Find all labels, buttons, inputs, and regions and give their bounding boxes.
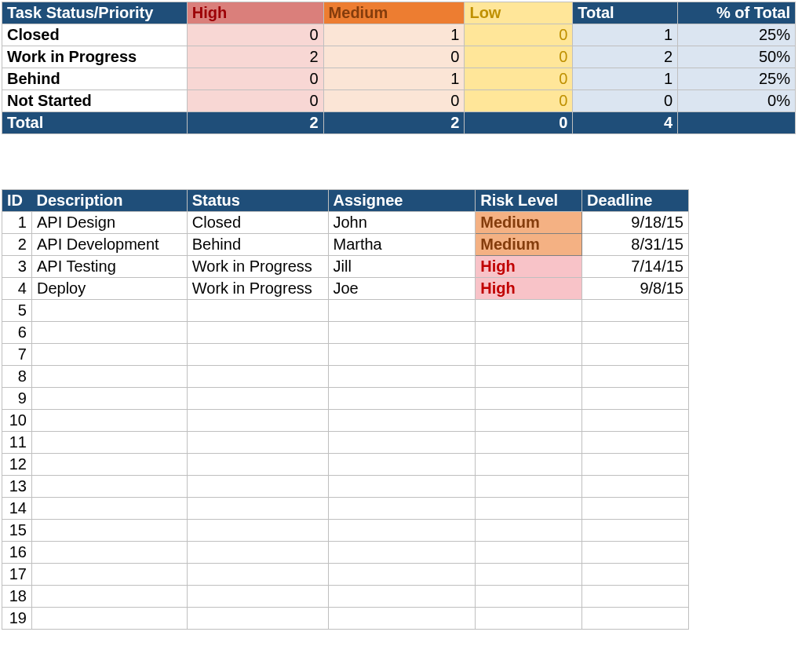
cell-low[interactable]: 0: [465, 46, 573, 68]
cell-deadline[interactable]: [582, 388, 689, 410]
cell-deadline[interactable]: 9/8/15: [582, 278, 689, 300]
cell-high[interactable]: 0: [187, 24, 323, 46]
cell-assignee[interactable]: [328, 388, 476, 410]
cell-id[interactable]: 17: [2, 564, 32, 586]
cell-assignee[interactable]: [328, 410, 476, 432]
cell-assignee[interactable]: [328, 498, 476, 520]
cell-risk[interactable]: [476, 498, 582, 520]
cell-id[interactable]: 19: [2, 608, 32, 630]
cell-desc[interactable]: [31, 344, 187, 366]
cell-medium[interactable]: 0: [323, 46, 465, 68]
cell-assignee[interactable]: [328, 586, 476, 608]
cell-risk[interactable]: [476, 410, 582, 432]
cell-id[interactable]: 11: [2, 432, 32, 454]
cell-low[interactable]: 0: [465, 24, 573, 46]
cell-assignee[interactable]: [328, 344, 476, 366]
cell-id[interactable]: 7: [2, 344, 32, 366]
cell-status[interactable]: [187, 476, 328, 498]
cell-medium[interactable]: 0: [323, 90, 465, 112]
cell-desc[interactable]: API Development: [31, 234, 187, 256]
cell-assignee[interactable]: [328, 454, 476, 476]
cell-desc[interactable]: [31, 410, 187, 432]
cell-risk[interactable]: [476, 366, 582, 388]
cell-assignee[interactable]: Joe: [328, 278, 476, 300]
cell-risk[interactable]: [476, 520, 582, 542]
cell-id[interactable]: 4: [2, 278, 32, 300]
cell-id[interactable]: 18: [2, 586, 32, 608]
cell-id[interactable]: 6: [2, 322, 32, 344]
cell-risk[interactable]: High: [476, 256, 582, 278]
cell-assignee[interactable]: [328, 322, 476, 344]
cell-id[interactable]: 10: [2, 410, 32, 432]
cell-id[interactable]: 13: [2, 476, 32, 498]
cell-risk[interactable]: [476, 388, 582, 410]
cell-status[interactable]: Work in Progress: [187, 278, 328, 300]
cell-deadline[interactable]: [582, 608, 689, 630]
cell-id[interactable]: 8: [2, 366, 32, 388]
cell-risk[interactable]: [476, 322, 582, 344]
cell-desc[interactable]: API Testing: [31, 256, 187, 278]
cell-risk[interactable]: Medium: [476, 234, 582, 256]
cell-id[interactable]: 5: [2, 300, 32, 322]
cell-pct[interactable]: 0%: [678, 90, 796, 112]
cell-desc[interactable]: [31, 564, 187, 586]
cell-status[interactable]: [187, 388, 328, 410]
cell-desc[interactable]: [31, 586, 187, 608]
cell-pct[interactable]: 25%: [678, 24, 796, 46]
cell-deadline[interactable]: [582, 476, 689, 498]
cell-risk[interactable]: [476, 586, 582, 608]
cell-status[interactable]: [187, 454, 328, 476]
cell-deadline[interactable]: [582, 366, 689, 388]
cell-desc[interactable]: Deploy: [31, 278, 187, 300]
cell-deadline[interactable]: [582, 322, 689, 344]
cell-risk[interactable]: [476, 344, 582, 366]
cell-medium[interactable]: 1: [323, 24, 465, 46]
cell-pct[interactable]: 25%: [678, 68, 796, 90]
cell-assignee[interactable]: [328, 608, 476, 630]
cell-risk[interactable]: [476, 432, 582, 454]
cell-id[interactable]: 3: [2, 256, 32, 278]
cell-id[interactable]: 15: [2, 520, 32, 542]
cell-id[interactable]: 9: [2, 388, 32, 410]
cell-desc[interactable]: [31, 454, 187, 476]
cell-deadline[interactable]: [582, 498, 689, 520]
cell-desc[interactable]: [31, 432, 187, 454]
cell-status[interactable]: [187, 542, 328, 564]
cell-total[interactable]: 2: [573, 46, 678, 68]
cell-risk[interactable]: [476, 300, 582, 322]
cell-deadline[interactable]: [582, 454, 689, 476]
cell-high[interactable]: 0: [187, 90, 323, 112]
cell-assignee[interactable]: John: [328, 212, 476, 234]
cell-deadline[interactable]: [582, 410, 689, 432]
cell-pct[interactable]: 50%: [678, 46, 796, 68]
cell-medium[interactable]: 1: [323, 68, 465, 90]
cell-id[interactable]: 14: [2, 498, 32, 520]
cell-status[interactable]: [187, 608, 328, 630]
cell-desc[interactable]: [31, 300, 187, 322]
cell-id[interactable]: 12: [2, 454, 32, 476]
cell-assignee[interactable]: [328, 432, 476, 454]
cell-risk[interactable]: [476, 564, 582, 586]
cell-deadline[interactable]: [582, 520, 689, 542]
cell-assignee[interactable]: [328, 300, 476, 322]
cell-status[interactable]: [187, 432, 328, 454]
cell-status[interactable]: [187, 344, 328, 366]
cell-id[interactable]: 16: [2, 542, 32, 564]
cell-status[interactable]: [187, 366, 328, 388]
cell-deadline[interactable]: [582, 300, 689, 322]
cell-assignee[interactable]: [328, 542, 476, 564]
cell-risk[interactable]: [476, 476, 582, 498]
cell-desc[interactable]: [31, 520, 187, 542]
cell-desc[interactable]: [31, 608, 187, 630]
cell-risk[interactable]: [476, 542, 582, 564]
cell-deadline[interactable]: [582, 432, 689, 454]
cell-desc[interactable]: [31, 498, 187, 520]
cell-risk[interactable]: [476, 454, 582, 476]
cell-low[interactable]: 0: [465, 90, 573, 112]
cell-high[interactable]: 0: [187, 68, 323, 90]
cell-status[interactable]: [187, 498, 328, 520]
cell-total[interactable]: 1: [573, 24, 678, 46]
cell-deadline[interactable]: 9/18/15: [582, 212, 689, 234]
cell-risk[interactable]: Medium: [476, 212, 582, 234]
cell-status[interactable]: [187, 410, 328, 432]
